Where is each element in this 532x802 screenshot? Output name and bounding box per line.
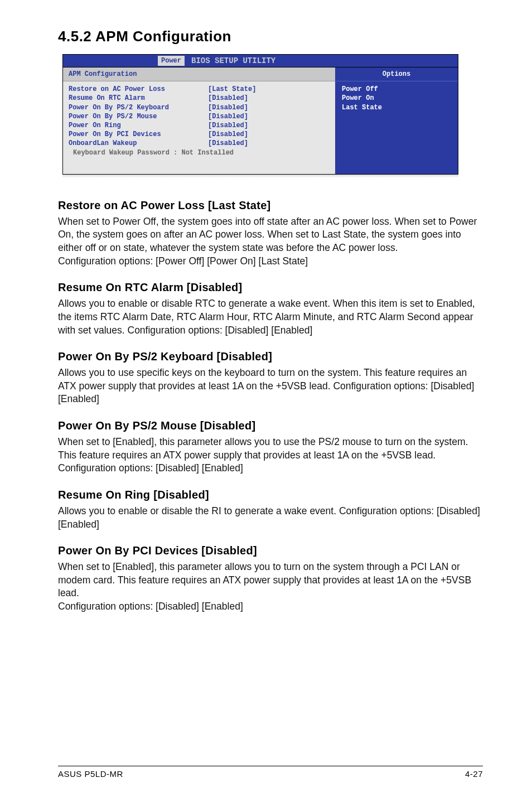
bios-item-value: [Disabled] xyxy=(208,112,248,121)
bios-title-bar: Power BIOS SETUP UTILITY xyxy=(62,54,458,67)
bios-item-label: Power On By PS/2 Mouse xyxy=(69,112,208,121)
bios-item-row: OnboardLan Wakeup [Disabled] xyxy=(69,139,330,148)
bios-screenshot: Power BIOS SETUP UTILITY APM Configurati… xyxy=(62,54,458,178)
bios-item-row: Power On By PS/2 Keyboard [Disabled] xyxy=(69,103,330,112)
section-title: Resume On RTC Alarm [Disabled] xyxy=(58,280,483,295)
bios-item-label: OnboardLan Wakeup xyxy=(69,139,208,148)
section-body: When set to [Enabled], this parameter al… xyxy=(58,436,483,475)
bios-options-head: Options xyxy=(335,67,458,81)
section-title: Restore on AC Power Loss [Last State] xyxy=(58,198,483,213)
section-body: Allows you to enable or disable RTC to g… xyxy=(58,297,483,337)
bios-option: Power Off xyxy=(342,85,451,94)
bios-item-value: [Disabled] xyxy=(208,130,248,139)
bios-item-value: [Disabled] xyxy=(208,94,248,103)
bios-item-label: Power On By PS/2 Keyboard xyxy=(69,103,208,112)
page: 4.5.2 APM Configuration Power BIOS SETUP… xyxy=(0,0,532,802)
bios-items: Restore on AC Power Loss [Last State] Re… xyxy=(63,81,335,174)
bios-item-value: [Disabled] xyxy=(208,139,248,148)
footer-left: ASUS P5LD-MR xyxy=(58,769,123,780)
bios-subline: Keyboard Wakeup Password : Not Installed xyxy=(69,148,330,157)
bios-item-label: Resume On RTC Alarm xyxy=(69,94,208,103)
bios-item-row: Resume On RTC Alarm [Disabled] xyxy=(69,94,330,103)
section-body: Allows you to enable or disable the RI t… xyxy=(58,505,483,531)
bios-item-value: [Last State] xyxy=(208,85,256,94)
bios-item-label: Restore on AC Power Loss xyxy=(69,85,208,94)
bios-right-pane: Options Power Off Power On Last State xyxy=(335,67,458,174)
bios-options-body: Power Off Power On Last State xyxy=(335,81,458,129)
section-title: Power On By PS/2 Keyboard [Disabled] xyxy=(58,349,483,364)
bios-item-row: Power On By PCI Devices [Disabled] xyxy=(69,130,330,139)
page-footer: ASUS P5LD-MR 4-27 xyxy=(58,766,483,780)
bios-shadow xyxy=(62,175,458,178)
bios-item-row: Power On Ring [Disabled] xyxy=(69,121,330,130)
bios-item-label: Power On By PCI Devices xyxy=(69,130,208,139)
bios-option: Last State xyxy=(342,103,451,112)
bios-item-label: Power On Ring xyxy=(69,121,208,130)
bios-active-tab: Power xyxy=(158,56,185,66)
page-heading: 4.5.2 APM Configuration xyxy=(58,27,483,46)
bios-item-value: [Disabled] xyxy=(208,121,248,130)
section-title: Resume On Ring [Disabled] xyxy=(58,487,483,503)
bios-body: APM Configuration Restore on AC Power Lo… xyxy=(62,67,458,175)
bios-utility-title: BIOS SETUP UTILITY xyxy=(191,56,275,66)
bios-left-pane: APM Configuration Restore on AC Power Lo… xyxy=(63,67,335,174)
section-body: When set to [Enabled], this parameter al… xyxy=(58,561,483,613)
bios-item-row: Power On By PS/2 Mouse [Disabled] xyxy=(69,112,330,121)
bios-option: Power On xyxy=(342,94,451,103)
footer-right: 4-27 xyxy=(465,769,483,780)
section-body: When set to Power Off, the system goes i… xyxy=(58,215,483,268)
section-title: Power On By PCI Devices [Disabled] xyxy=(58,543,483,558)
bios-section-head: APM Configuration xyxy=(63,67,335,81)
bios-item-row: Restore on AC Power Loss [Last State] xyxy=(69,85,330,94)
section-body: Allows you to use specific keys on the k… xyxy=(58,366,483,406)
section-title: Power On By PS/2 Mouse [Disabled] xyxy=(58,418,483,433)
bios-item-value: [Disabled] xyxy=(208,103,248,112)
